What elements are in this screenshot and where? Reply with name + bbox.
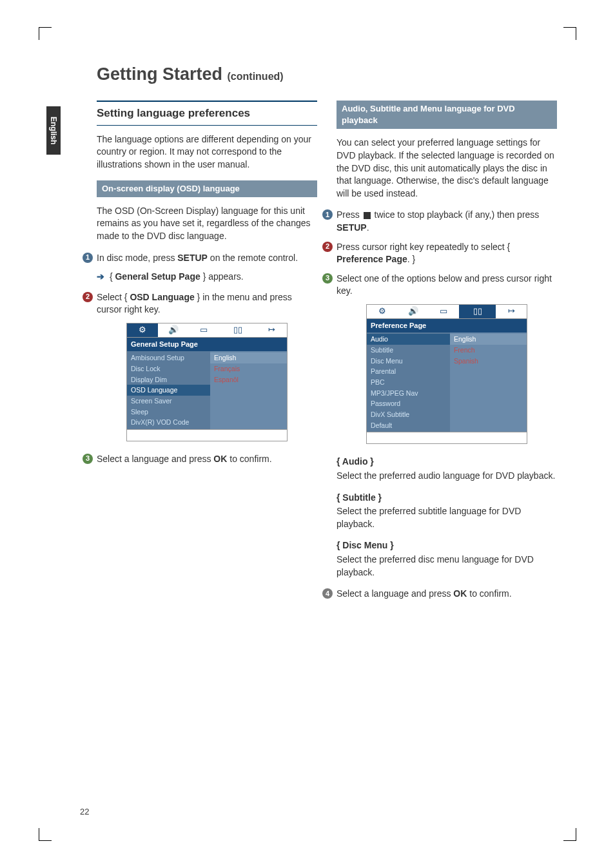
r-step-3: 3 Select one of the options below and pr…: [322, 273, 557, 298]
osd-item: PBC: [367, 377, 450, 388]
r-step-1: 1 Press twice to stop playback (if any,)…: [322, 209, 557, 234]
osd-tab-apps-icon: ▯▯: [219, 323, 256, 337]
page-number: 22: [80, 807, 89, 816]
osd-item: Display Dim: [127, 374, 210, 385]
language-tab: English: [46, 106, 61, 155]
osd-item: Ambisound Setup: [127, 352, 210, 363]
rstep4-text-b: OK: [453, 588, 467, 599]
osd-option: French: [450, 345, 527, 356]
osd-screenshot-preference: ⚙ 🔊 ▭ ▯▯ ↦ Preference Page Audio Subtitl…: [366, 304, 527, 445]
osd-item-selected: OSD Language: [127, 385, 210, 396]
arrow-icon: ➔: [97, 271, 104, 282]
discmenu-def-title: { Disc Menu }: [337, 539, 557, 552]
subtitle-def-text: Select the preferred subtitle language f…: [337, 505, 557, 530]
osd-tab-audio-icon: 🔊: [158, 323, 189, 337]
step1-text-a: In disc mode, press: [97, 253, 177, 263]
subtitle-def-title: { Subtitle }: [337, 492, 557, 505]
right-column: Audio, Subtitle and Menu language for DV…: [337, 101, 557, 607]
rstep1-text-d: .: [367, 222, 369, 233]
osd-header: Preference Page: [367, 319, 527, 333]
step3-text-a: Select a language and press: [97, 454, 213, 464]
audio-def-text: Select the preferred audio language for …: [337, 470, 557, 483]
rstep2-text-b: Preference Page: [337, 254, 407, 264]
osd-tab-apps-icon: ▯▯: [459, 305, 496, 318]
osd-tab-settings-icon: ⚙: [127, 323, 158, 337]
osd-header: General Setup Page: [127, 338, 287, 351]
crop-mark: [39, 27, 52, 40]
osd-option-selected: English: [450, 334, 527, 345]
rstep1-text-b: twice to stop playback (if any,) then pr…: [372, 209, 540, 220]
discmenu-def-text: Select the preferred disc menu language …: [337, 554, 557, 579]
osd-item: Default: [367, 420, 450, 431]
osd-tab-audio-icon: 🔊: [398, 305, 429, 318]
rstep4-text-c: to confirm.: [467, 588, 511, 599]
step-number-4-icon: 4: [322, 588, 333, 599]
title-continued: (continued): [228, 71, 284, 82]
crop-mark: [563, 27, 576, 40]
osd-right-menu: English French Spanish: [450, 333, 527, 432]
osd-item: Password: [367, 398, 450, 409]
intro-paragraph: The language options are different depen…: [97, 133, 317, 171]
r-step-2: 2 Press cursor right key repeatedly to s…: [322, 241, 557, 266]
title-text: Getting Started: [97, 64, 222, 84]
step-1: 1 In disc mode, press SETUP on the remot…: [83, 252, 317, 265]
osd-left-menu: Audio Subtitle Disc Menu Parental PBC MP…: [367, 333, 450, 432]
step-number-1-icon: 1: [322, 209, 333, 220]
osd-item: Parental: [367, 366, 450, 377]
crop-mark: [39, 828, 52, 841]
osd-item-selected: Audio: [367, 334, 450, 345]
step2-text-b: OSD Language: [130, 292, 194, 302]
page-title: Getting Started (continued): [97, 64, 557, 84]
osd-item: Disc Menu: [367, 356, 450, 367]
step-number-2-icon: 2: [322, 242, 333, 252]
arrow-text-c: } appears.: [200, 271, 244, 282]
step3-text-b: OK: [213, 454, 227, 464]
rstep1-setup: SETUP: [337, 222, 367, 233]
step-3: 3 Select a language and press OK to conf…: [83, 453, 317, 466]
section-heading: Setting language preferences: [97, 104, 317, 122]
rstep4-text-a: Select a language and press: [337, 588, 453, 599]
audio-def-title: { Audio }: [337, 456, 557, 468]
rstep3-text: Select one of the options below and pres…: [337, 273, 557, 298]
r-step-4: 4 Select a language and press OK to conf…: [322, 588, 557, 601]
step-number-3-icon: 3: [83, 454, 93, 464]
rstep2-text-c: . }: [407, 254, 415, 264]
osd-tab-exit-icon: ↦: [256, 323, 287, 337]
arrow-text-b: General Setup Page: [115, 271, 200, 282]
osd-screenshot-general: ⚙ 🔊 ▭ ▯▯ ↦ General Setup Page Ambisound …: [126, 323, 288, 441]
sub-heading-dvd-lang: Audio, Subtitle and Menu language for DV…: [337, 101, 557, 129]
subtitle-definition: { Subtitle } Select the preferred subtit…: [337, 492, 557, 531]
discmenu-definition: { Disc Menu } Select the preferred disc …: [337, 539, 557, 579]
osd-item: Subtitle: [367, 345, 450, 356]
rstep1-text-a: Press: [337, 209, 362, 220]
step1-setup: SETUP: [177, 253, 208, 263]
dvd-intro-paragraph: You can select your preferred language s…: [337, 137, 557, 200]
osd-option: Spanish: [450, 356, 527, 367]
step-2: 2 Select { OSD Language } in the menu an…: [83, 291, 317, 316]
left-column: Setting language preferences The languag…: [97, 101, 317, 607]
step2-text-a: Select {: [97, 292, 130, 302]
osd-item: Screen Saver: [127, 396, 210, 407]
osd-item: MP3/JPEG Nav: [367, 388, 450, 399]
step-number-3-icon: 3: [322, 273, 333, 284]
sub-heading-osd: On-screen display (OSD) language: [97, 180, 317, 197]
page-content: English Getting Started (continued) Sett…: [58, 64, 557, 816]
osd-tab-video-icon: ▭: [188, 323, 219, 337]
osd-left-menu: Ambisound Setup Disc Lock Display Dim OS…: [127, 351, 210, 429]
step1-text-c: on the remote control.: [208, 253, 298, 263]
osd-right-menu: English Français Espanôl: [210, 351, 287, 429]
osd-item: DivX Subtitle: [367, 409, 450, 420]
osd-option: Français: [210, 363, 287, 374]
osd-item: Disc Lock: [127, 363, 210, 374]
osd-tab-video-icon: ▭: [428, 305, 459, 318]
osd-tab-settings-icon: ⚙: [367, 305, 398, 318]
step-number-2-icon: 2: [83, 292, 93, 302]
osd-option-selected: English: [210, 352, 287, 363]
step3-text-c: to confirm.: [227, 454, 271, 464]
osd-item: DivX(R) VOD Code: [127, 417, 210, 428]
osd-paragraph: The OSD (On-Screen Display) language for…: [97, 205, 317, 243]
osd-tab-exit-icon: ↦: [496, 305, 527, 318]
osd-item: Sleep: [127, 407, 210, 418]
crop-mark: [563, 828, 576, 841]
rstep2-text-a: Press cursor right key repeatedly to sel…: [337, 242, 510, 252]
